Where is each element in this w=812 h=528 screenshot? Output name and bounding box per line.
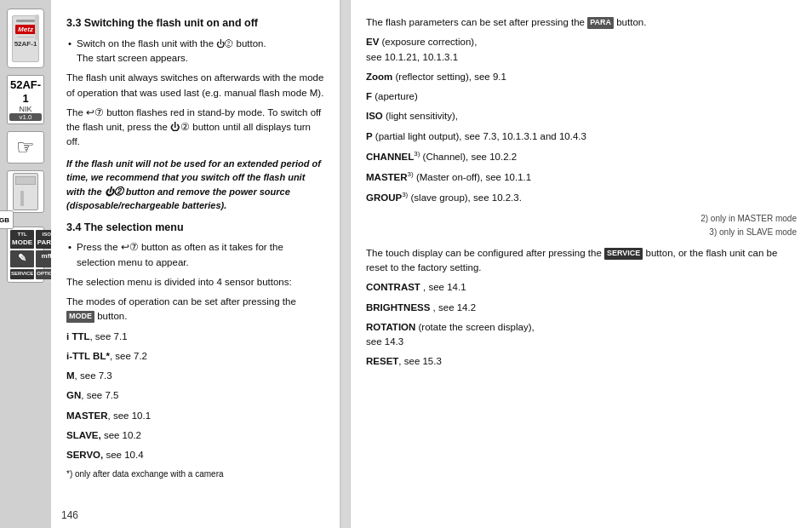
iso-item: ISO (light sensitivity), — [366, 109, 797, 123]
zoom-item: Zoom (reflector setting), see 9.1 — [366, 70, 797, 84]
edit-button[interactable]: ✎ — [10, 250, 34, 267]
page-divider — [340, 0, 351, 528]
mode-badge: MODE — [66, 311, 94, 323]
sidebar: Metz 52AF-1 52AF-1 NIK v1.0 ☞ GB TTLMODE… — [0, 0, 51, 528]
reset-item: RESET, see 15.3 — [366, 354, 797, 369]
para-touch-display: The touch display can be configured afte… — [366, 246, 797, 276]
bullet-switch-on: Switch on the flash unit with the ⏻② but… — [66, 37, 324, 66]
device-version: v1.0 — [9, 113, 42, 121]
ittlbl-item: i-TTL BL*, see 7.2 — [66, 349, 324, 364]
para-button-flashes: The ↩⑦ button flashes red in stand-by mo… — [66, 106, 324, 150]
brightness-item: BRIGHTNESS , see 14.2 — [366, 301, 797, 315]
footnote-2: 2) only in MASTER mode — [366, 212, 797, 226]
master-item: MASTER, see 10.1 — [66, 409, 324, 423]
device-top-image: Metz 52AF-1 — [7, 9, 44, 68]
footnote-3: 3) only in SLAVE mode — [366, 226, 797, 239]
para-modes-set: The modes of operation can be set after … — [66, 295, 324, 324]
para-flash-switches: The flash unit always switches on afterw… — [66, 71, 324, 100]
p-item: P (partial light output), see 7.3, 10.1.… — [366, 129, 797, 144]
service-badge: SERVICE — [604, 248, 643, 260]
f-item: F (aperture) — [366, 89, 797, 104]
gb-label: GB — [0, 210, 14, 229]
device-label: 52AF-1 NIK v1.0 — [7, 75, 44, 124]
section-34-title: 3.4 The selection menu — [66, 220, 324, 236]
para-badge: PARA — [587, 17, 614, 29]
italic-warning: If the flash unit will not be used for a… — [66, 157, 324, 213]
para-selection-divided: The selection menu is divided into 4 sen… — [66, 275, 324, 290]
page-number: 146 — [61, 509, 78, 521]
device-model: 52AF-1 — [9, 78, 42, 105]
ev-item: EV (exposure correction),see 10.1.21, 10… — [366, 35, 797, 65]
gn-item: GN, see 7.5 — [66, 388, 324, 403]
footnotes: 2) only in MASTER mode 3) only in SLAVE … — [366, 212, 797, 239]
button-grid: TTLMODE ISOPARA ✎ mft SERVICE OPTION — [7, 227, 44, 283]
master-item-right: MASTER3) (Master on-off), see 10.1.1 — [366, 169, 797, 185]
slave-item: SLAVE, see 10.2 — [66, 428, 324, 443]
bullet-text: Switch on the flash unit with the ⏻② but… — [77, 38, 266, 63]
footnote-exchange: *) only after data exchange with a camer… — [66, 468, 324, 480]
hand-icon: ☞ — [7, 131, 44, 164]
flash-image — [7, 170, 44, 213]
right-page: The flash parameters can be set after pr… — [351, 0, 812, 528]
main-content: 3.3 Switching the flash unit on and off … — [51, 0, 812, 528]
section-33-title: 3.3 Switching the flash unit on and off — [66, 15, 324, 32]
service-button[interactable]: SERVICE — [10, 269, 34, 279]
device-sub: NIK — [9, 105, 42, 113]
ttl-button[interactable]: TTLMODE — [10, 230, 34, 249]
contrast-item: CONTRAST , see 14.1 — [366, 280, 797, 295]
servo-item: SERVO, see 10.4 — [66, 448, 324, 462]
left-page: 3.3 Switching the flash unit on and off … — [51, 0, 340, 528]
ittl-item: i TTL, see 7.1 — [66, 330, 324, 344]
bullet-press-button: Press the ↩⑦ button as often as it takes… — [66, 240, 324, 270]
group-item: GROUP3) (slave group), see 10.2.3. — [366, 190, 797, 205]
m-item: M, see 7.3 — [66, 369, 324, 383]
para-flash-params: The flash parameters can be set after pr… — [366, 15, 797, 30]
rotation-item: ROTATION (rotate the screen display),see… — [366, 320, 797, 350]
channel-item: CHANNEL3) (Channel), see 10.2.2 — [366, 149, 797, 164]
